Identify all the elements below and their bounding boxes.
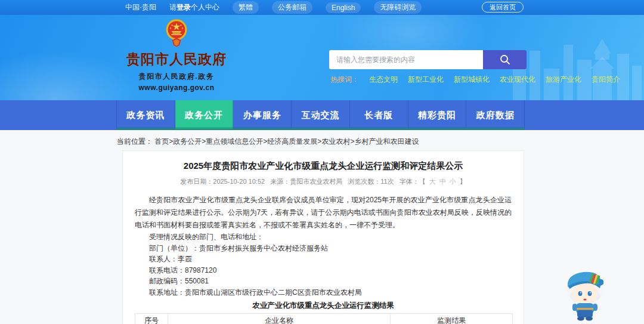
nav-item-gov-data[interactable]: 政府数据 [466, 100, 525, 130]
hot-term-agriculture[interactable]: 农业现代化 [500, 75, 535, 85]
site-name: 贵阳市人民政府 [126, 50, 227, 69]
article-paragraph: 经贵阳市农业产业化市级重点龙头企业联席会议成员单位审定，现对2025年开展的农业… [135, 194, 512, 232]
site-subtitle: 贵阳市人民政府.政务 [126, 72, 227, 82]
font-size-small-button[interactable]: 小 [450, 178, 456, 185]
breadcrumb-label: 当前位置： [117, 137, 153, 146]
search-input[interactable] [329, 50, 483, 69]
nav-item-services[interactable]: 办事服务 [233, 100, 292, 130]
nav-item-gov-disclosure[interactable]: 政务公开 [175, 100, 234, 130]
monitoring-result-table: 序号 企业名称 监测结果 1 贵州合力超市采购有限公司 合格 2 贵州友禾种业有… [135, 313, 513, 324]
main-navigation: 政务资讯 政务公开 办事服务 互动交流 长者版 精彩贵阳 政府数据 [0, 100, 644, 130]
banner-glow-decoration [0, 51, 143, 100]
font-size-medium-button[interactable]: 中 [439, 178, 446, 185]
font-size-label-close: 】 [460, 178, 466, 185]
national-emblem-icon [165, 18, 188, 48]
search-button[interactable] [483, 50, 527, 69]
hot-term-industrialization[interactable]: 新型工业化 [408, 75, 444, 85]
top-utility-bar: 中国·贵阳 请登录个人中心 繁體 公务邮箱 English 无障碍浏览 返回首页 [0, 0, 644, 15]
contact-department: 部门（单位）：贵阳市乡村振兴服务中心农村经济服务站 [135, 243, 512, 254]
breadcrumb-path[interactable]: 首页>政务公开>重点领域信息公开>经济高质量发展>农业农村>乡村产业和农田建设 [154, 137, 419, 146]
link-official-mail[interactable]: 公务邮箱 [272, 1, 312, 14]
hot-term-ecology[interactable]: 生态文明 [369, 75, 398, 85]
table-header-row: 序号 企业名称 监测结果 [135, 314, 513, 324]
mascot-character[interactable] [562, 266, 608, 321]
page: { "topbar": { "links": ["中国·贵阳", "繁體", "… [0, 0, 644, 324]
table-caption: 农业产业化市级重点龙头企业运行监测结果 [135, 301, 512, 311]
login-suffix: 个人中心 [191, 3, 219, 11]
search-icon [499, 54, 511, 66]
column-header-no: 序号 [135, 314, 168, 324]
site-url: www.guiyang.gov.cn [126, 84, 227, 92]
contact-phone: 联系电话：87987120 [135, 265, 512, 276]
link-accessibility[interactable]: 无障碍浏览 [374, 1, 422, 14]
login-bold: 登录 [177, 3, 191, 11]
site-banner: 贵阳市人民政府 贵阳市人民政府.政务 www.guiyang.gov.cn 热搜… [0, 15, 644, 100]
nav-item-interaction[interactable]: 互动交流 [292, 100, 350, 130]
font-size-large-button[interactable]: 大 [429, 178, 436, 185]
publish-date: 发布日期：2025-10-20 10:52 [180, 178, 265, 185]
article-paragraph: 受理情况反映的部门、电话和地址： [135, 232, 512, 243]
hot-term-urbanization[interactable]: 新型城镇化 [454, 75, 490, 85]
link-traditional-chinese[interactable]: 繁體 [233, 1, 259, 14]
search-bar [329, 50, 527, 69]
nav-item-splendid-guiyang[interactable]: 精彩贵阳 [408, 100, 467, 130]
column-header-company: 企业名称 [168, 314, 390, 324]
breadcrumb: 当前位置： 首页>政务公开>重点领域信息公开>经济高质量发展>农业农村>乡村产业… [117, 137, 419, 147]
nav-item-news[interactable]: 政务资讯 [116, 100, 175, 130]
link-china-guiyang[interactable]: 中国·贵阳 [125, 2, 156, 13]
column-header-result: 监测结果 [391, 314, 513, 324]
contact-person: 联系人：李霞 [135, 254, 512, 265]
contact-address: 联系地址：贵阳市观山湖区市级行政中心二期C区贵阳市农业农村局 [135, 287, 512, 298]
postal-code: 邮政编码：550081 [135, 276, 512, 287]
hot-search-label: 热搜词： [330, 75, 359, 85]
nav-item-senior-version[interactable]: 长者版 [350, 100, 408, 130]
nav-items: 政务资讯 政务公开 办事服务 互动交流 长者版 精彩贵阳 政府数据 [116, 100, 525, 130]
link-login-personal-center[interactable]: 请登录个人中心 [169, 2, 219, 13]
link-english[interactable]: English [326, 2, 361, 13]
article-meta: 发布日期：2025-10-20 10:52 来源：贵阳市农业农村局 浏览次数：1… [135, 177, 512, 186]
hot-term-tourism[interactable]: 旅游产业化 [546, 75, 581, 85]
hot-search-row: 热搜词： 生态文明 新型工业化 新型城镇化 农业现代化 旅游产业化 贵阳简介 [330, 75, 620, 85]
return-home-button[interactable]: 返回首页 [482, 2, 524, 13]
login-prefix: 请 [169, 3, 177, 11]
cityscape-decoration [507, 27, 644, 100]
article-source: 来源：贵阳市农业农村局 [270, 178, 342, 185]
article-panel: 2025年度贵阳市农业产业化市级重点龙头企业运行监测和评定结果公示 发布日期：2… [122, 150, 524, 324]
view-count: 浏览次数：11次 [348, 178, 394, 185]
top-bar-links: 中国·贵阳 请登录个人中心 繁體 公务邮箱 English 无障碍浏览 [125, 0, 422, 15]
font-size-label: 字体：【 [400, 178, 426, 185]
site-logo[interactable]: 贵阳市人民政府 贵阳市人民政府.政务 www.guiyang.gov.cn [126, 18, 227, 92]
hot-term-guiyang-intro[interactable]: 贵阳简介 [592, 75, 620, 85]
article-title: 2025年度贵阳市农业产业化市级重点龙头企业运行监测和评定结果公示 [135, 161, 512, 172]
